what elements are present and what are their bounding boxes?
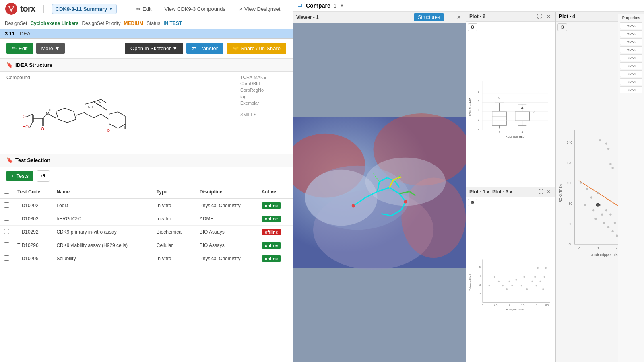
prop-item-7[interactable]: RDKit: [620, 70, 642, 77]
svg-text:7.5: 7.5: [521, 304, 525, 306]
plot3-title: Plot - 3: [492, 189, 508, 195]
svg-point-148: [614, 222, 616, 224]
col-checkbox: [0, 185, 13, 199]
prop-item-4[interactable]: RDKit: [620, 46, 642, 53]
svg-point-140: [597, 192, 599, 194]
summary-button[interactable]: CDK9-3-11 Summary ▼: [52, 4, 117, 14]
test-code-cell: TID10296: [13, 239, 52, 252]
plot4-settings-button[interactable]: ⚙: [557, 23, 567, 31]
row-checkbox-0[interactable]: [4, 202, 9, 208]
row-checkbox-4[interactable]: [4, 255, 9, 261]
svg-text:4: 4: [478, 109, 479, 112]
svg-text:4: 4: [522, 131, 523, 134]
svg-text:140: 140: [567, 140, 572, 144]
refresh-icon: ↺: [41, 173, 45, 179]
structure-main: Compound O HO H: [6, 75, 234, 150]
right-panel: ⇄ Compare 1 ▼ Viewer - 1 Structures ⛶ ✕: [293, 0, 644, 362]
svg-point-35: [365, 158, 446, 206]
test-discipline-cell: BIO Assays: [196, 226, 258, 239]
svg-point-157: [596, 203, 599, 206]
row-checkbox-2[interactable]: [4, 229, 9, 234]
svg-point-160: [607, 148, 609, 150]
structures-button[interactable]: Structures: [414, 13, 444, 21]
compare-label: Compare: [306, 2, 330, 9]
viewer-content: [293, 23, 466, 362]
prop-item-2[interactable]: RDKit: [620, 30, 642, 37]
svg-text:80: 80: [569, 202, 573, 206]
viewer-svg: [293, 23, 466, 362]
prop-item-5[interactable]: RDKit: [620, 54, 642, 61]
test-actions: + Tests ↺: [0, 167, 293, 185]
plots-area: Plot - 2 ⛶ ✕ ⚙: [466, 12, 555, 362]
test-type-cell: In-vitro: [153, 252, 196, 265]
edit-nav-button[interactable]: ✏ Edit: [133, 4, 155, 14]
row-checkbox-1[interactable]: [4, 216, 9, 221]
svg-point-134: [580, 181, 582, 183]
pencil-icon: ✏: [12, 45, 17, 51]
plot1-titlebar: Plot - 1 ✕ Plot - 3 ✕ ⛶ ✕: [466, 187, 555, 197]
svg-text:NH: NH: [88, 105, 93, 109]
row-checkbox-3[interactable]: [4, 242, 9, 247]
svg-point-115: [540, 281, 541, 282]
plot4-title: Plot - 4: [559, 14, 575, 19]
add-tests-button[interactable]: + Tests: [6, 171, 33, 181]
svg-text:3: 3: [479, 284, 481, 286]
app-name: torx: [20, 4, 35, 14]
svg-point-105: [509, 281, 510, 282]
idea-structure-header: 🔖 IDEA Structure: [0, 59, 293, 72]
prop-item-9[interactable]: RDKit: [620, 86, 642, 93]
plot1-settings-button[interactable]: ⚙: [468, 199, 477, 206]
svg-point-145: [607, 226, 609, 228]
table-row: TID10202 LogD In-vitro Physical Chemistr…: [0, 199, 293, 212]
view-compounds-button[interactable]: View CDK9-3 Compounds: [161, 4, 229, 14]
edit-button[interactable]: ✏ Edit: [6, 43, 33, 54]
viewer-expand-button[interactable]: ⛶: [446, 13, 454, 21]
svg-point-72: [499, 97, 500, 99]
test-code-cell: TID10202: [13, 199, 52, 212]
refresh-button[interactable]: ↺: [37, 170, 50, 182]
nav-divider2: [125, 5, 125, 13]
plot2-settings-button[interactable]: ⚙: [468, 23, 477, 31]
prop-item-3[interactable]: RDKit: [620, 38, 642, 45]
col-type: Type: [153, 185, 196, 199]
prop-item-1[interactable]: RDKit: [620, 22, 642, 29]
plot2-close-button[interactable]: ✕: [545, 13, 552, 20]
dropdown-icon: ▼: [109, 6, 113, 11]
chevron-down-icon: ▼: [340, 3, 344, 8]
meta-corpdbid: CorpDBId: [240, 81, 286, 86]
view-designset-button[interactable]: ↗ View Designset: [235, 4, 283, 14]
plot1-close-button[interactable]: ✕: [486, 189, 490, 195]
test-active-cell: online: [258, 252, 293, 265]
svg-text:6: 6: [478, 100, 479, 103]
share-button[interactable]: 🤝 Share / un-Share: [227, 43, 286, 54]
plot13-expand-button[interactable]: ⛶: [537, 189, 545, 195]
viewer-close-button[interactable]: ✕: [455, 13, 462, 21]
prop-item-8[interactable]: RDKit: [620, 78, 642, 85]
svg-point-117: [544, 276, 545, 278]
test-code-cell: TID10205: [13, 252, 52, 265]
svg-line-12: [49, 114, 56, 118]
prop-item-6[interactable]: RDKit: [620, 62, 642, 69]
svg-text:2: 2: [479, 292, 481, 295]
svg-point-147: [612, 230, 614, 232]
structure-meta: TORX MAKE I CorpDBId CorpRegNo tag Exemp…: [234, 75, 286, 150]
plot2-expand-button[interactable]: ⛶: [535, 13, 543, 20]
bookmark-icon: 🔖: [6, 62, 13, 68]
meta-exemplar: Exemplar: [240, 101, 286, 105]
svg-text:3: 3: [597, 246, 599, 250]
select-all-checkbox[interactable]: [4, 189, 9, 194]
svg-text:120: 120: [567, 161, 572, 165]
svg-text:2: 2: [578, 246, 580, 250]
plot3-close-button[interactable]: ✕: [509, 189, 513, 195]
test-active-cell: online: [258, 199, 293, 212]
open-sketcher-button[interactable]: Open in Sketcher ▼: [125, 43, 183, 54]
svg-point-136: [586, 188, 588, 190]
transfer-button[interactable]: ⇄ Transfer: [186, 43, 223, 54]
svg-point-1: [10, 6, 13, 9]
col-testcode: Test Code: [13, 185, 52, 199]
molecule-area: O HO H N O: [6, 82, 167, 150]
svg-marker-23: [109, 112, 125, 128]
more-button[interactable]: More ▼: [36, 43, 65, 54]
svg-point-144: [605, 209, 607, 211]
plot13-close-button[interactable]: ✕: [545, 189, 552, 195]
